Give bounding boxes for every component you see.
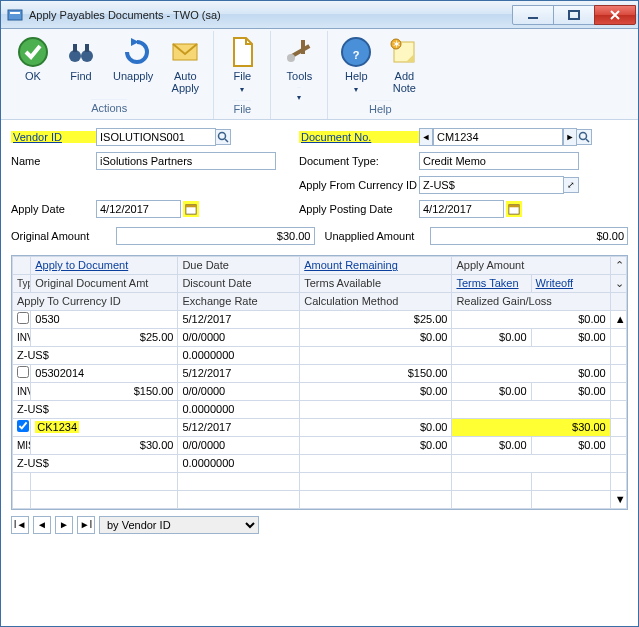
doc-next-button[interactable]: ► [563, 128, 577, 146]
doc-cell[interactable]: CK1234 [31, 418, 178, 436]
gain-loss-cell[interactable] [452, 454, 610, 472]
tools-button[interactable]: Tools [276, 32, 322, 86]
help-button[interactable]: ? Help▾ [333, 32, 379, 99]
grid-row-line3[interactable]: Z-US$0.0000000 [13, 400, 627, 418]
scrollbar[interactable] [610, 418, 626, 436]
terms-available-cell[interactable]: $0.00 [300, 382, 452, 400]
add-note-button[interactable]: ✶ Add Note [381, 32, 427, 99]
col-writeoff[interactable]: Writeoff [531, 274, 610, 292]
calc-method-cell[interactable] [300, 400, 452, 418]
col-apply-amount[interactable]: Apply Amount [452, 256, 610, 274]
document-no-label[interactable]: Document No. [299, 131, 419, 143]
writeoff-cell[interactable]: $0.00 [531, 436, 610, 454]
vendor-lookup-button[interactable] [215, 129, 231, 145]
terms-taken-cell[interactable]: $0.00 [452, 328, 531, 346]
exchange-rate-cell[interactable]: 0.0000000 [178, 400, 300, 418]
terms-available-cell[interactable]: $0.00 [300, 328, 452, 346]
col-discount-date[interactable]: Discount Date [178, 274, 300, 292]
currency-expand-button[interactable]: ⤢ [563, 177, 579, 193]
due-date-cell[interactable]: 5/12/2017 [178, 364, 300, 382]
col-realized-gain-loss[interactable]: Realized Gain/Loss [452, 292, 610, 310]
apply-checkbox[interactable] [17, 420, 29, 432]
terms-available-cell[interactable]: $0.00 [300, 436, 452, 454]
discount-date-cell[interactable]: 0/0/0000 [178, 436, 300, 454]
close-button[interactable] [594, 5, 636, 25]
due-date-cell[interactable]: 5/12/2017 [178, 418, 300, 436]
grid-row-line2[interactable]: MIS$30.000/0/0000$0.00$0.00$0.00 [13, 436, 627, 454]
grid-row-line2[interactable]: INV$150.000/0/0000$0.00$0.00$0.00 [13, 382, 627, 400]
currency-cell[interactable]: Z-US$ [13, 346, 178, 364]
apply-checkbox-cell[interactable] [13, 310, 31, 328]
apply-amount-cell[interactable]: $30.00 [452, 418, 610, 436]
col-exchange-rate[interactable]: Exchange Rate [178, 292, 300, 310]
grid-row-line3[interactable]: Z-US$0.0000000 [13, 346, 627, 364]
original-amt-cell[interactable]: $150.00 [31, 382, 178, 400]
gain-loss-cell[interactable] [452, 400, 610, 418]
type-cell[interactable]: INV [13, 382, 31, 400]
exchange-rate-cell[interactable]: 0.0000000 [178, 346, 300, 364]
apply-from-currency-field[interactable] [419, 176, 564, 194]
ok-button[interactable]: OK [10, 32, 56, 98]
sort-by-select[interactable]: by Vendor ID [99, 516, 259, 534]
doc-cell[interactable]: 05302014 [31, 364, 178, 382]
col-terms-taken[interactable]: Terms Taken [452, 274, 531, 292]
grid-expand-button[interactable]: ⌄ [610, 274, 626, 292]
minimize-button[interactable] [512, 5, 554, 25]
doc-cell[interactable]: 0530 [31, 310, 178, 328]
vendor-id-label[interactable]: Vendor ID [11, 131, 96, 143]
due-date-cell[interactable]: 5/12/2017 [178, 310, 300, 328]
writeoff-cell[interactable]: $0.00 [531, 328, 610, 346]
calc-method-cell[interactable] [300, 346, 452, 364]
writeoff-cell[interactable]: $0.00 [531, 382, 610, 400]
apply-checkbox[interactable] [17, 312, 29, 324]
calc-method-cell[interactable] [300, 454, 452, 472]
col-type[interactable]: Type [13, 274, 31, 292]
nav-first-button[interactable]: I◄ [11, 516, 29, 534]
find-button[interactable]: Find [58, 32, 104, 98]
nav-next-button[interactable]: ► [55, 516, 73, 534]
calendar-icon[interactable] [506, 201, 522, 217]
calendar-icon[interactable] [183, 201, 199, 217]
currency-cell[interactable]: Z-US$ [13, 400, 178, 418]
document-no-input[interactable] [433, 128, 563, 146]
original-amt-cell[interactable]: $30.00 [31, 436, 178, 454]
grid-collapse-button[interactable]: ⌃ [610, 256, 626, 274]
col-due-date[interactable]: Due Date [178, 256, 300, 274]
discount-date-cell[interactable]: 0/0/0000 [178, 328, 300, 346]
apply-checkbox[interactable] [17, 366, 29, 378]
col-apply-to-currency[interactable]: Apply To Currency ID [13, 292, 178, 310]
apply-posting-date-input[interactable] [419, 200, 504, 218]
original-amt-cell[interactable]: $25.00 [31, 328, 178, 346]
nav-prev-button[interactable]: ◄ [33, 516, 51, 534]
file-button[interactable]: File▾ [219, 32, 265, 99]
type-cell[interactable]: MIS [13, 436, 31, 454]
grid-row-line3[interactable]: Z-US$0.0000000 [13, 454, 627, 472]
apply-amount-cell[interactable]: $0.00 [452, 310, 610, 328]
document-lookup-button[interactable] [576, 129, 592, 145]
grid-row-line1[interactable]: CK12345/12/2017$0.00$30.00 [13, 418, 627, 436]
unapply-button[interactable]: Unapply [106, 32, 160, 98]
apply-amount-cell[interactable]: $0.00 [452, 364, 610, 382]
apply-date-input[interactable] [96, 200, 181, 218]
scrollbar[interactable]: ▲ [610, 310, 626, 328]
terms-taken-cell[interactable]: $0.00 [452, 436, 531, 454]
maximize-button[interactable] [553, 5, 595, 25]
col-amount-remaining[interactable]: Amount Remaining [300, 256, 452, 274]
amount-remaining-cell[interactable]: $150.00 [300, 364, 452, 382]
type-cell[interactable]: INV [13, 328, 31, 346]
vendor-id-input[interactable] [96, 128, 216, 146]
amount-remaining-cell[interactable]: $25.00 [300, 310, 452, 328]
grid-row-line1[interactable]: 053020145/12/2017$150.00$0.00 [13, 364, 627, 382]
discount-date-cell[interactable]: 0/0/0000 [178, 382, 300, 400]
col-terms-available[interactable]: Terms Available [300, 274, 452, 292]
doc-prev-button[interactable]: ◄ [419, 128, 433, 146]
auto-apply-button[interactable]: Auto Apply [162, 32, 208, 98]
col-original-document-amt[interactable]: Original Document Amt [31, 274, 178, 292]
nav-last-button[interactable]: ►I [77, 516, 95, 534]
grid-row-line1[interactable]: 05305/12/2017$25.00$0.00▲ [13, 310, 627, 328]
currency-cell[interactable]: Z-US$ [13, 454, 178, 472]
apply-checkbox-cell[interactable] [13, 418, 31, 436]
col-calculation-method[interactable]: Calculation Method [300, 292, 452, 310]
amount-remaining-cell[interactable]: $0.00 [300, 418, 452, 436]
col-apply-to-document[interactable]: Apply to Document [31, 256, 178, 274]
